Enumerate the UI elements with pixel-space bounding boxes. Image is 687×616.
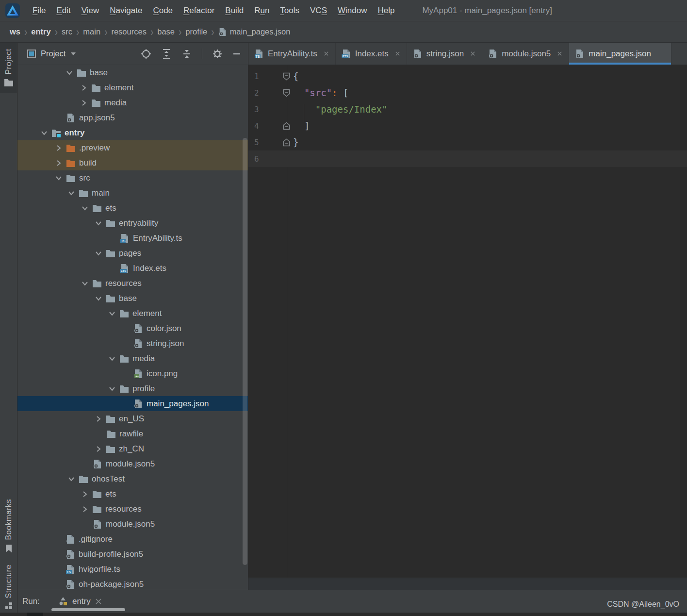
tree-row-base[interactable]: base [17, 65, 248, 80]
tree-row-build-profile-json5[interactable]: build-profile.json5 [17, 547, 248, 562]
project-panel-title[interactable]: Project [41, 49, 65, 58]
tree-row-resources[interactable]: resources [17, 276, 248, 291]
chevron-down-icon[interactable] [81, 204, 89, 212]
breadcrumb-item-main[interactable]: main [82, 27, 101, 36]
tool-window-button-project[interactable]: Project [0, 43, 17, 93]
fold-marker-icon[interactable] [283, 89, 290, 97]
menu-run[interactable]: Run [249, 0, 275, 21]
chevron-down-icon[interactable] [81, 280, 89, 287]
tree-row-preview[interactable]: .preview [17, 140, 248, 155]
tree-row-main[interactable]: main [17, 185, 248, 200]
chevron-down-icon[interactable] [108, 355, 116, 363]
editor-tab-module-json5[interactable]: module.json5 [482, 43, 569, 65]
chevron-down-icon[interactable] [67, 475, 75, 483]
editor-tab-main-pages-json[interactable]: main_pages.json [569, 43, 671, 65]
expand-all-icon[interactable] [161, 49, 172, 59]
tree-row-src[interactable]: src [17, 170, 248, 185]
tool-window-button-bookmarks[interactable]: Bookmarks [0, 493, 17, 559]
chevron-down-icon[interactable] [95, 295, 102, 302]
fold-marker-icon[interactable] [283, 72, 290, 81]
menu-edit[interactable]: Edit [51, 0, 76, 21]
tree-row-main-pages-json[interactable]: main_pages.json [17, 396, 248, 411]
tree-row-gitignore[interactable]: .gitignore [17, 532, 248, 547]
chevron-right-icon[interactable] [81, 490, 89, 498]
settings-gear-icon[interactable] [212, 49, 223, 59]
menu-build[interactable]: Build [220, 0, 249, 21]
menu-help[interactable]: Help [372, 0, 400, 21]
tree-row-base[interactable]: base [17, 291, 248, 306]
tree-row-ets[interactable]: ets [17, 486, 248, 501]
chevron-down-icon[interactable] [55, 174, 63, 182]
menu-file[interactable]: File [27, 0, 51, 21]
chevron-right-icon[interactable] [95, 445, 102, 453]
breadcrumb-item-base[interactable]: base [156, 27, 176, 36]
tree-row-color-json[interactable]: color.json [17, 321, 248, 336]
tree-scrollbar[interactable] [243, 138, 247, 565]
editor-body[interactable]: 1{2 "src": [3 "pages/Index"4 ]5}6 [248, 65, 687, 590]
close-icon[interactable] [394, 50, 401, 57]
tree-row-pages[interactable]: pages [17, 246, 248, 261]
menu-navigate[interactable]: Navigate [104, 0, 147, 21]
editor-tab-string-json[interactable]: string.json [407, 43, 482, 65]
tree-row-ohostest[interactable]: ohosTest [17, 471, 248, 486]
menu-view[interactable]: View [76, 0, 105, 21]
run-tab-entry[interactable]: entry [58, 597, 102, 606]
tool-window-button-structure[interactable]: Structure [0, 559, 17, 613]
tree-row-entryability-ts[interactable]: TSEntryAbility.ts [17, 231, 248, 246]
tree-row-ets[interactable]: ets [17, 200, 248, 216]
breadcrumb-item-ws[interactable]: ws [9, 27, 21, 36]
tree-row-build[interactable]: build [17, 155, 248, 170]
tree-row-en-us[interactable]: en_US [17, 411, 248, 426]
tree-row-entry[interactable]: entry [17, 125, 248, 140]
collapse-all-icon[interactable] [181, 49, 192, 59]
breadcrumb-item-resources[interactable]: resources [110, 27, 147, 36]
chevron-down-icon[interactable] [108, 310, 116, 317]
chevron-right-icon[interactable] [55, 159, 63, 167]
chevron-right-icon[interactable] [80, 99, 88, 107]
menu-tools[interactable]: Tools [275, 0, 305, 21]
close-icon[interactable] [95, 598, 102, 605]
breadcrumb-item-profile[interactable]: profile [184, 27, 208, 36]
tree-row-module-json5[interactable]: module.json5 [17, 456, 248, 471]
tree-row-oh-package-json5[interactable]: oh-package.json5 [17, 577, 248, 590]
tree-row-media[interactable]: media [17, 351, 248, 366]
fold-end-marker-icon[interactable] [283, 138, 290, 147]
menu-code[interactable]: Code [147, 0, 178, 21]
chevron-right-icon[interactable] [80, 84, 88, 92]
tree-row-resources[interactable]: resources [17, 501, 248, 516]
tree-row-string-json[interactable]: string.json [17, 336, 248, 351]
chevron-down-icon[interactable] [95, 250, 102, 257]
tree-row-element[interactable]: element [17, 306, 248, 321]
tree-row-entryability[interactable]: entryability [17, 216, 248, 231]
project-view-icon[interactable] [27, 50, 36, 58]
chevron-right-icon[interactable] [95, 415, 102, 423]
tree-row-zh-cn[interactable]: zh_CN [17, 441, 248, 456]
locate-file-icon[interactable] [141, 49, 151, 59]
editor-tab-entryability-ts[interactable]: TSEntryAbility.ts [248, 43, 336, 65]
run-tab-scrollbar[interactable] [51, 608, 125, 611]
close-icon[interactable] [556, 50, 563, 57]
close-icon[interactable] [323, 50, 329, 57]
chevron-down-icon[interactable] [70, 52, 76, 56]
tree-row-app-json5[interactable]: app.json5 [17, 110, 248, 125]
hide-panel-icon[interactable] [232, 49, 241, 59]
chevron-right-icon[interactable] [55, 144, 63, 152]
tree-row-module-json5[interactable]: module.json5 [17, 516, 248, 532]
tree-row-rawfile[interactable]: rawfile [17, 426, 248, 441]
breadcrumb-item-entry[interactable]: entry [30, 27, 51, 36]
menu-refactor[interactable]: Refactor [178, 0, 220, 21]
tree-row-profile[interactable]: profile [17, 381, 248, 396]
tree-row-icon-png[interactable]: icon.png [17, 366, 248, 381]
chevron-down-icon[interactable] [40, 129, 48, 137]
chevron-down-icon[interactable] [65, 69, 73, 77]
tree-row-element[interactable]: element [17, 80, 248, 95]
chevron-down-icon[interactable] [95, 219, 102, 227]
chevron-down-icon[interactable] [108, 385, 116, 393]
tree-row-media[interactable]: media [17, 95, 248, 110]
tree-row-index-ets[interactable]: ETSIndex.ets [17, 261, 248, 276]
menu-window[interactable]: Window [332, 0, 372, 21]
chevron-right-icon[interactable] [81, 505, 89, 513]
menu-vcs[interactable]: VCS [305, 0, 332, 21]
chevron-down-icon[interactable] [67, 189, 75, 197]
breadcrumb-item-main-pages-json[interactable]: main_pages.json [217, 27, 292, 36]
